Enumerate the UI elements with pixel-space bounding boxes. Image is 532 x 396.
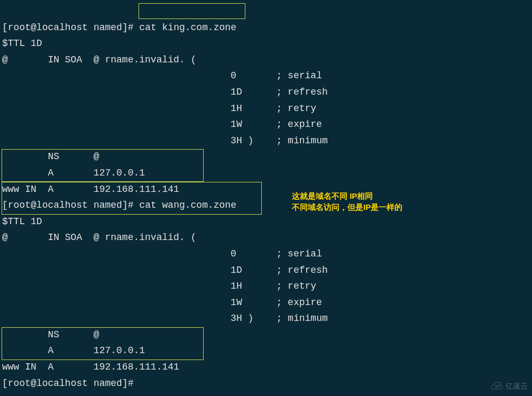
prompt-line-2: [root@localhost named]# cat wang.com.zon… <box>2 200 236 210</box>
zone1-param-retry: 1H ; retry <box>2 103 316 114</box>
watermark: 亿速云 <box>490 380 528 393</box>
zone1-ttl: $TTL 1D <box>2 38 42 49</box>
zone2-soa: @ IN SOA @ rname.invalid. ( <box>2 232 196 243</box>
zone1-param-refresh: 1D ; refresh <box>2 87 328 97</box>
zone2-param-serial: 0 ; serial <box>2 248 322 259</box>
zone1-param-minimum: 3H ) ; minimum <box>2 135 328 146</box>
command-1: cat king.com.zone <box>139 22 236 33</box>
prompt-line-3: [root@localhost named]# <box>2 378 139 389</box>
zone2-ns: NS @ <box>2 329 99 340</box>
cloud-icon <box>490 382 503 391</box>
zone1-ns: NS @ <box>2 151 99 162</box>
zone2-param-expire: 1W ; expire <box>2 297 322 308</box>
zone2-a-www: www IN A 192.168.111.141 <box>2 362 179 372</box>
zone2-param-retry: 1H ; retry <box>2 281 316 291</box>
zone1-a-localhost: A 127.0.0.1 <box>2 168 145 178</box>
zone1-param-expire: 1W ; expire <box>2 119 322 130</box>
zone1-a-www: www IN A 192.168.111.141 <box>2 184 179 195</box>
annotation-text: 这就是域名不同 IP相同 不同域名访问，但是IP是一样的 <box>292 190 402 213</box>
prompt-line-1: [root@localhost named]# cat king.com.zon… <box>2 22 236 33</box>
zone2-param-refresh: 1D ; refresh <box>2 265 328 275</box>
command-2: cat wang.com.zone <box>139 200 236 210</box>
zone1-param-serial: 0 ; serial <box>2 70 322 81</box>
zone2-a-localhost: A 127.0.0.1 <box>2 345 145 356</box>
terminal[interactable]: [root@localhost named]# cat king.com.zon… <box>0 0 532 394</box>
zone2-param-minimum: 3H ) ; minimum <box>2 313 328 324</box>
zone1-soa: @ IN SOA @ rname.invalid. ( <box>2 54 196 65</box>
zone2-ttl: $TTL 1D <box>2 216 42 227</box>
svg-point-1 <box>498 385 500 386</box>
svg-point-0 <box>496 385 498 388</box>
